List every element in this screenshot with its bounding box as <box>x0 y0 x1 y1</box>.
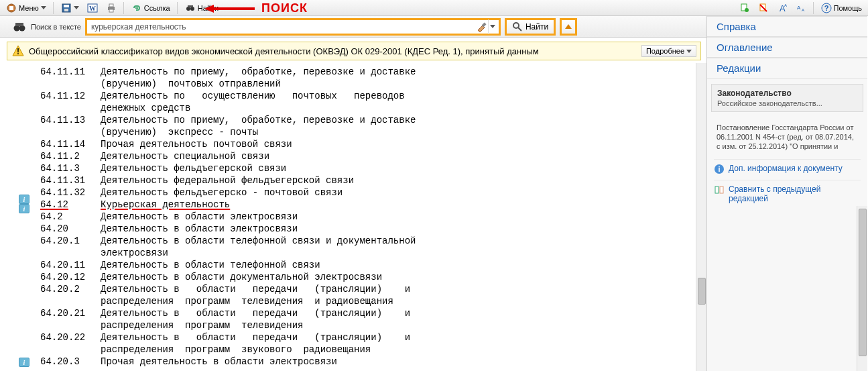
help-icon: ? <box>821 3 832 13</box>
banner-more-button[interactable]: Подробнее <box>641 45 696 57</box>
svg-rect-37 <box>720 187 723 193</box>
help-button[interactable]: ? Помощь <box>818 1 866 15</box>
link-button[interactable]: Ссылка <box>128 1 174 15</box>
line-text: Курьерская деятельность <box>101 199 230 211</box>
info-marker[interactable]: i <box>19 358 29 367</box>
svg-rect-1 <box>9 6 13 10</box>
sidebar-item-revisions[interactable]: Редакции <box>707 58 867 78</box>
printer-icon <box>106 3 117 13</box>
info-marker[interactable]: i <box>19 204 29 213</box>
scrollbar-thumb[interactable] <box>859 209 867 356</box>
link-icon <box>131 3 142 13</box>
font-inc-button[interactable]: AA <box>773 1 791 15</box>
word-icon: W <box>87 3 98 13</box>
find-button-label: Найти <box>525 22 548 32</box>
main-area: Поиск в тексте Найти ! Общ <box>0 16 868 371</box>
sidebar-action-label: Доп. информация к документу <box>729 164 843 173</box>
toolbar-left: Меню W Ссылка <box>3 1 222 15</box>
document-line: электросвязи <box>40 247 700 259</box>
line-code: 64.11.31 <box>40 174 101 187</box>
right-sidebar: Справка Оглавление Редакции Законодатель… <box>707 16 867 371</box>
svg-text:!: ! <box>17 47 19 56</box>
warning-banner: ! Общероссийский классификатор видов эко… <box>7 42 701 60</box>
chevron-down-icon <box>74 6 79 9</box>
magnifier-icon <box>512 21 523 32</box>
svg-point-29 <box>513 23 519 28</box>
document-line: 64.11.11Деятельность по приему, обработк… <box>40 66 700 78</box>
line-text: Деятельность в области телефонной связи <box>101 259 320 271</box>
document-content: 64.11.11Деятельность по приему, обработк… <box>0 63 706 371</box>
info-marker[interactable]: i <box>19 195 29 204</box>
line-code: 64.20.12 <box>40 271 101 283</box>
line-code: 64.11.13 <box>40 114 101 126</box>
find-in-text-button[interactable]: Найти <box>505 18 556 36</box>
search-in-text-bar: Поиск в тексте Найти <box>0 16 706 38</box>
line-text: распределения программ телевидения и рад… <box>101 295 393 307</box>
line-text: Деятельность в области передачи (трансля… <box>101 283 410 295</box>
clear-icon[interactable] <box>476 21 488 33</box>
scrollbar-thumb[interactable] <box>698 278 706 305</box>
line-text: денежных средств <box>101 102 190 114</box>
sidebar-item-label: Оглавление <box>717 42 773 53</box>
scrollbar-vertical[interactable] <box>696 63 706 371</box>
warning-icon: ! <box>11 44 25 58</box>
line-code: 64.11.11 <box>40 66 101 78</box>
separator <box>177 2 178 14</box>
tool-2[interactable] <box>755 1 772 15</box>
sidebar-action-compare[interactable]: Сравнить с предыдущей редакцией <box>714 180 861 203</box>
line-text: Прочая деятельность в области электросвя… <box>101 356 337 368</box>
document-line: (вручению) экспресс - почты <box>40 126 700 138</box>
sidebar-item-info[interactable]: Справка <box>707 16 867 37</box>
banner-text: Общероссийский классификатор видов эконо… <box>29 46 637 56</box>
line-text: Деятельность в области электросвязи <box>101 211 298 223</box>
line-code: 64.20 <box>40 223 101 235</box>
menu-button[interactable]: Меню <box>3 1 50 15</box>
line-text: (вручению) экспресс - почты <box>101 126 258 138</box>
line-code: 64.2 <box>40 211 101 223</box>
svg-text:W: W <box>89 5 96 12</box>
sidebar-scrollbar[interactable] <box>857 206 867 371</box>
svg-rect-8 <box>109 4 113 7</box>
document-line: 64.20.11Деятельность в области телефонно… <box>40 259 700 271</box>
sidebar-item-contents[interactable]: Оглавление <box>707 37 867 58</box>
svg-rect-27 <box>15 23 23 26</box>
doc-green-icon <box>739 3 750 13</box>
line-text: Деятельность фельдъегерской связи <box>101 162 286 174</box>
line-text: Деятельность в области телефонной связи … <box>101 235 416 247</box>
save-button[interactable] <box>58 1 82 15</box>
svg-point-16 <box>745 8 749 12</box>
svg-rect-12 <box>188 5 193 7</box>
search-dropdown[interactable] <box>488 19 497 34</box>
line-text: распределения программ звукового радиове… <box>101 343 371 356</box>
svg-marker-14 <box>204 5 214 13</box>
line-code: 64.20.22 <box>40 331 101 343</box>
document-line: 64.20.3Прочая деятельность в области эле… <box>40 356 700 368</box>
line-text: Деятельность в области электросвязи <box>101 223 298 235</box>
tool-1[interactable] <box>736 1 753 15</box>
sidebar-action-label: Сравнить с предыдущей редакцией <box>729 184 861 203</box>
document-line: денежных средств <box>40 102 700 114</box>
print-button[interactable] <box>103 1 120 15</box>
font-dec-button[interactable]: AA <box>792 1 810 15</box>
sidebar-action-docinfo[interactable]: i Доп. информация к документу <box>714 159 861 174</box>
document-line: 64.12Курьерская деятельность <box>40 199 700 211</box>
link-label: Ссылка <box>144 4 170 12</box>
document-line: 64.11.32Деятельность фельдъегерско - поч… <box>40 187 700 199</box>
line-code: 64.12 <box>40 199 101 211</box>
search-input[interactable] <box>90 21 476 32</box>
svg-rect-9 <box>109 9 113 12</box>
document-line: 64.20.22Деятельность в области передачи … <box>40 331 700 343</box>
word-export-button[interactable]: W <box>84 1 101 15</box>
binoculars-icon <box>185 3 196 13</box>
line-text: Деятельность по приему, обработке, перев… <box>101 114 416 126</box>
collapse-search-button[interactable] <box>560 18 577 36</box>
svg-text:A: A <box>797 5 801 11</box>
line-text: Прочая деятельность почтовой связи <box>101 138 292 150</box>
info-markers: i i <box>19 195 29 213</box>
line-text: Деятельность в области документальной эл… <box>101 271 382 283</box>
document-line: 64.20.21Деятельность в области передачи … <box>40 307 700 319</box>
toolbar-right: AA AA ? Помощь <box>736 1 866 15</box>
document-line: 64.11.13Деятельность по приему, обработк… <box>40 114 700 126</box>
line-text: Деятельность специальной связи <box>101 150 269 162</box>
document-line: 64.20.1Деятельность в области телефонной… <box>40 235 700 247</box>
